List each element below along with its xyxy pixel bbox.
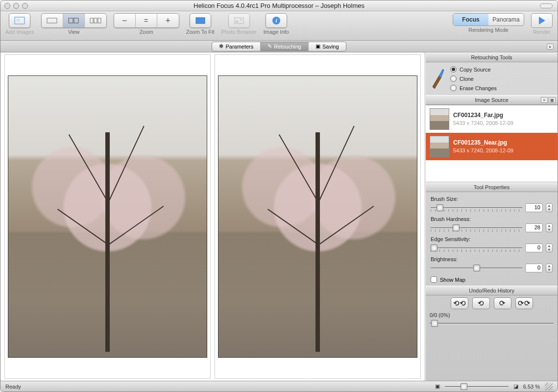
svg-point-11	[240, 19, 242, 21]
resize-grip[interactable]	[545, 383, 553, 391]
zoom-to-fit-label: Zoom To Fit	[186, 29, 215, 35]
add-images-group: Add Images	[5, 13, 34, 35]
radio-icon	[450, 66, 457, 73]
undo-redo-header: Undo/Redo History	[426, 286, 558, 295]
view-single-icon	[47, 18, 57, 24]
tab-retouching-label: Retouching	[274, 44, 301, 49]
brightness-stepper[interactable]: ▲▼	[546, 264, 553, 272]
undo-redo-area: ⟲⟲ ⟲ ⟳ ⟳⟳ 0/0 (0%)	[426, 295, 558, 331]
svg-rect-3	[69, 18, 73, 23]
tab-saving[interactable]: ▣ Saving	[309, 42, 346, 51]
radio-icon	[450, 75, 457, 82]
minimize-window-button[interactable]	[13, 3, 19, 9]
source-meta: 5433 x 7240, 2008-12-09	[453, 120, 513, 126]
status-text: Ready	[5, 384, 21, 390]
rendering-mode-segmented: Focus Panorama	[453, 13, 524, 26]
photo-browser-group: Photo Browser	[221, 13, 257, 35]
show-map-checkbox[interactable]: Show Map	[426, 275, 558, 286]
mode-tabs: ✻ Parameters ✎ Retouching ▣ Saving	[212, 42, 346, 51]
brush-size-slider[interactable]	[431, 203, 522, 212]
edge-sensitivity-stepper[interactable]: ▲▼	[546, 244, 553, 252]
brush-hardness-stepper[interactable]: ▲▼	[546, 223, 553, 232]
mode-focus-button[interactable]: Focus	[453, 14, 488, 25]
brush-size-value[interactable]: 10	[525, 203, 543, 212]
view-label: View	[68, 29, 80, 35]
image-source-list: CF001234_Far.jpg5433 x 7240, 2008-12-09 …	[426, 105, 558, 182]
tool-copy-source[interactable]: Copy Source	[450, 66, 497, 73]
zoom-to-fit-button[interactable]	[190, 13, 211, 28]
output-panel[interactable]	[215, 54, 421, 379]
panel-toggle-button[interactable]: ▸	[547, 44, 554, 49]
info-icon: i	[272, 16, 281, 25]
close-window-button[interactable]	[4, 3, 10, 9]
main-toolbar: Add Images View − = + Zoom Zoom To Fit	[0, 11, 558, 41]
actual-size-icon[interactable]: ◪	[513, 383, 518, 390]
source-image	[8, 75, 207, 358]
tool-clone[interactable]: Clone	[450, 75, 497, 82]
svg-rect-8	[196, 18, 205, 24]
fit-indicator-icon[interactable]: ▣	[435, 383, 440, 390]
source-thumb	[430, 136, 449, 157]
zoom-percent: 6.53 %	[523, 384, 540, 390]
tab-retouching[interactable]: ✎ Retouching	[261, 42, 309, 51]
source-list-view-button[interactable]: ≡	[541, 97, 548, 103]
retouching-tools-header: Retouching Tools	[426, 52, 558, 62]
svg-rect-5	[90, 18, 93, 23]
zoom-segmented: − = +	[114, 13, 179, 28]
edge-sensitivity-slider[interactable]	[431, 244, 522, 252]
tool-erase[interactable]: Erase Changes	[450, 85, 497, 91]
zoom-actual-button[interactable]: =	[136, 14, 157, 27]
view-three-button[interactable]	[85, 14, 106, 27]
brightness-value[interactable]: 0	[525, 264, 543, 272]
redo-all-button[interactable]: ⟳⟳	[515, 297, 533, 309]
rendering-mode-group: Focus Panorama Rendering Mode	[453, 13, 524, 33]
add-images-button[interactable]	[9, 13, 30, 28]
view-single-button[interactable]	[42, 14, 63, 27]
brush-hardness-value[interactable]: 28	[525, 223, 543, 232]
status-bar: Ready ▣ ◪ 6.53 %	[0, 381, 558, 392]
image-info-button[interactable]: i	[266, 13, 287, 28]
toolbar-toggle-button[interactable]	[540, 3, 553, 8]
radio-icon	[450, 85, 457, 91]
zoom-out-button[interactable]: −	[114, 14, 136, 27]
retouching-tool-radios: Copy Source Clone Erase Changes	[450, 65, 497, 91]
undo-all-button[interactable]: ⟲⟲	[451, 297, 468, 309]
source-meta: 5433 x 7240, 2008-12-09	[453, 147, 513, 154]
source-item[interactable]: CF001234_Far.jpg5433 x 7240, 2008-12-09	[426, 105, 558, 133]
view-segmented	[41, 13, 107, 28]
app-window: Helicon Focus 4.0.4rc1 Pro Multiprocesso…	[0, 0, 558, 392]
redo-button[interactable]: ⟳	[494, 297, 511, 309]
brush-hardness-slider[interactable]	[431, 223, 522, 232]
source-filename: CF001235_Near.jpg	[453, 139, 513, 147]
brush-size-stepper[interactable]: ▲▼	[546, 203, 553, 212]
retouching-tools-area: Copy Source Clone Erase Changes	[426, 62, 558, 95]
fit-icon	[195, 17, 205, 24]
history-position: 0/0 (0%)	[430, 312, 554, 318]
tab-parameters[interactable]: ✻ Parameters	[212, 42, 261, 51]
svg-rect-10	[236, 21, 238, 23]
render-button[interactable]	[531, 13, 553, 28]
browser-icon	[234, 17, 244, 24]
right-sidebar: Retouching Tools Copy Source Clone Erase…	[425, 52, 558, 381]
source-thumb-view-button[interactable]: ▦	[549, 97, 556, 103]
window-controls	[4, 3, 28, 9]
mode-panorama-button[interactable]: Panorama	[488, 14, 524, 25]
checkbox-icon	[431, 276, 437, 283]
zoom-in-button[interactable]: +	[157, 14, 179, 27]
photo-browser-button[interactable]	[228, 13, 250, 28]
view-split-icon	[68, 18, 79, 24]
history-slider[interactable]	[430, 319, 554, 327]
brightness-slider[interactable]	[431, 264, 522, 272]
zoom-window-button[interactable]	[22, 3, 28, 9]
content-area: Retouching Tools Copy Source Clone Erase…	[0, 52, 558, 381]
view-split-button[interactable]	[63, 14, 85, 27]
undo-button[interactable]: ⟲	[472, 297, 490, 309]
edge-sensitivity-value[interactable]: 0	[525, 244, 543, 252]
zoom-to-fit-group: Zoom To Fit	[186, 13, 215, 35]
zoom-slider[interactable]	[445, 383, 509, 390]
window-title: Helicon Focus 4.0.4rc1 Pro Multiprocesso…	[0, 2, 558, 9]
titlebar: Helicon Focus 4.0.4rc1 Pro Multiprocesso…	[0, 0, 558, 11]
source-filename: CF001234_Far.jpg	[453, 112, 513, 120]
source-panel[interactable]	[4, 54, 211, 379]
source-item[interactable]: CF001235_Near.jpg5433 x 7240, 2008-12-09	[426, 133, 558, 160]
